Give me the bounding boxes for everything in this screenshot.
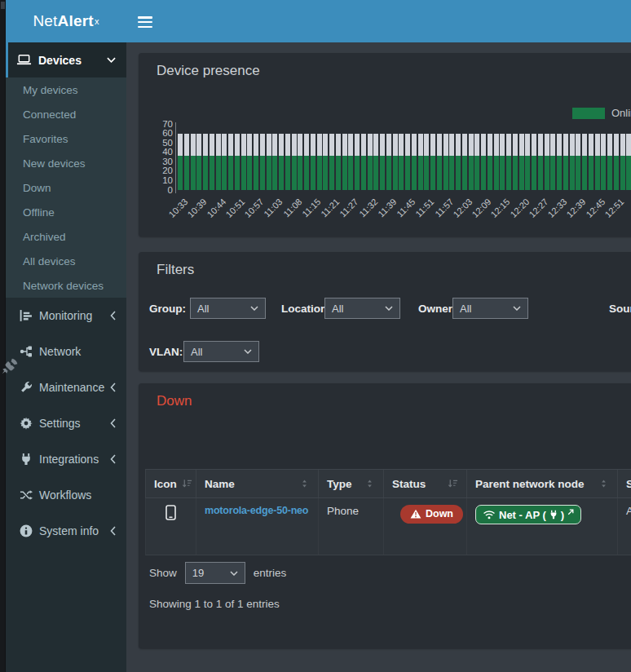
chevron-left-icon bbox=[110, 311, 116, 321]
bar-online-segment bbox=[607, 156, 612, 190]
bar-gray-segment bbox=[469, 134, 474, 157]
site-value: Al bbox=[626, 505, 631, 517]
chart-y-axis bbox=[175, 122, 176, 193]
bar-online-segment bbox=[323, 156, 328, 190]
bar-online-segment bbox=[494, 156, 499, 190]
filter-select-owner[interactable]: All bbox=[452, 298, 528, 319]
bar-online-segment bbox=[563, 156, 568, 190]
plug-mini-icon bbox=[549, 510, 558, 519]
sidebar-subitem-archived[interactable]: Archived bbox=[6, 224, 126, 249]
bar-online-segment bbox=[405, 156, 410, 190]
y-tick-label: 70 bbox=[145, 119, 173, 130]
page-size-value: 19 bbox=[192, 567, 204, 579]
sidebar-subitem-connected[interactable]: Connected bbox=[6, 102, 126, 126]
bar-online-segment bbox=[279, 156, 284, 190]
bar-online-segment bbox=[298, 156, 302, 190]
sidebar-item-label: Workflows bbox=[39, 489, 91, 502]
gear-icon bbox=[20, 417, 33, 430]
chart-bars-icon bbox=[20, 309, 33, 322]
sidebar-item-label: Devices bbox=[38, 54, 82, 67]
hamburger-menu-icon[interactable] bbox=[138, 16, 152, 28]
column-header-status[interactable]: Status bbox=[384, 470, 467, 497]
bar-online-segment bbox=[285, 156, 290, 190]
bar-online-segment bbox=[210, 156, 214, 190]
bar-online-segment bbox=[191, 156, 196, 190]
bar-online-segment bbox=[589, 156, 593, 190]
sidebar-subitem-favorites[interactable]: Favorites bbox=[6, 126, 126, 151]
status-badge-down: Down bbox=[400, 505, 463, 524]
chevron-left-icon bbox=[110, 418, 116, 428]
bar-online-segment bbox=[203, 156, 208, 190]
sidebar-item-settings[interactable]: Settings bbox=[6, 405, 126, 441]
bar-gray-segment bbox=[563, 134, 568, 157]
bar-online-segment bbox=[519, 156, 524, 190]
bar-gray-segment bbox=[462, 134, 467, 157]
scrollbar-thumb[interactable] bbox=[1, 2, 5, 9]
sidebar-item-network[interactable]: Network bbox=[6, 334, 126, 369]
brand-logo[interactable]: NetAlertx bbox=[6, 0, 126, 42]
device-type: Phone bbox=[327, 505, 359, 517]
bar-online-segment bbox=[488, 156, 492, 190]
bar-online-segment bbox=[443, 156, 448, 190]
bar-gray-segment bbox=[355, 134, 360, 157]
sidebar-item-integrations[interactable]: Integrations bbox=[6, 441, 126, 477]
bar-online-segment bbox=[399, 156, 404, 190]
sidebar-item-workflows[interactable]: Workflows bbox=[6, 477, 126, 513]
sidebar-submenu: My devicesConnectedFavoritesNew devicesD… bbox=[6, 77, 126, 298]
page-size-select[interactable]: 19 bbox=[185, 562, 245, 584]
bar-gray-segment bbox=[368, 134, 373, 157]
bar-online-segment bbox=[317, 156, 322, 190]
sidebar-subitem-down[interactable]: Down bbox=[6, 175, 126, 200]
y-tick-label: 50 bbox=[145, 138, 173, 148]
bar-online-segment bbox=[538, 156, 543, 190]
bar-gray-segment bbox=[247, 134, 252, 157]
sidebar-item-system-info[interactable]: System info bbox=[6, 513, 126, 549]
bar-online-segment bbox=[456, 156, 461, 190]
bar-online-segment bbox=[267, 156, 271, 190]
sidebar-subitem-new-devices[interactable]: New devices bbox=[6, 151, 126, 175]
filter-label-owner: Owner: bbox=[418, 298, 457, 319]
bar-gray-segment bbox=[488, 134, 492, 157]
bar-online-segment bbox=[626, 156, 631, 190]
left-scrollbar-strip[interactable] bbox=[0, 0, 6, 672]
sidebar-subitem-network-devices[interactable]: Network devices bbox=[6, 273, 126, 298]
down-devices-table: IconNameTypeStatusParent network nodeSit… bbox=[145, 469, 631, 555]
parent-node-badge[interactable]: Net - AP () bbox=[475, 505, 581, 524]
device-name-link[interactable]: motorola-edge-50-neo bbox=[205, 505, 308, 516]
bar-gray-segment bbox=[500, 134, 505, 157]
sidebar-item-monitoring[interactable]: Monitoring bbox=[6, 298, 126, 334]
chart-legend[interactable]: Online bbox=[572, 107, 631, 119]
brand-name: Alert bbox=[58, 12, 94, 30]
bar-gray-segment bbox=[279, 134, 284, 157]
bar-online-segment bbox=[532, 156, 536, 190]
filter-select-vlan[interactable]: All bbox=[183, 341, 259, 362]
table-header-row: IconNameTypeStatusParent network nodeSit… bbox=[145, 469, 631, 498]
sidebar-item-devices[interactable]: Devices bbox=[6, 42, 126, 77]
status-badge-label: Down bbox=[426, 509, 453, 519]
bar-gray-segment bbox=[228, 134, 233, 157]
bar-gray-segment bbox=[267, 134, 271, 157]
bar-online-segment bbox=[342, 156, 347, 190]
sidebar-item-maintenance[interactable]: Maintenance bbox=[6, 369, 126, 405]
column-header-type[interactable]: Type bbox=[319, 470, 384, 497]
column-header-name[interactable]: Name bbox=[196, 470, 319, 497]
filter-select-group[interactable]: All bbox=[190, 298, 266, 319]
bar-gray-segment bbox=[456, 134, 461, 157]
column-header-icon[interactable]: Icon bbox=[146, 470, 196, 497]
sidebar-subitem-my-devices[interactable]: My devices bbox=[6, 77, 126, 102]
sidebar-subitem-offline[interactable]: Offline bbox=[6, 200, 126, 224]
rocket-icon[interactable] bbox=[1, 357, 19, 375]
filter-select-location[interactable]: All bbox=[324, 298, 400, 319]
subitem-label: Archived bbox=[23, 231, 66, 243]
bar-gray-segment bbox=[178, 134, 183, 157]
bar-gray-segment bbox=[348, 134, 353, 157]
bar-gray-segment bbox=[304, 134, 309, 157]
column-header-site[interactable]: Site bbox=[618, 470, 631, 497]
y-tick-label: 10 bbox=[145, 175, 173, 186]
sidebar-subitem-all-devices[interactable]: All devices bbox=[6, 249, 126, 273]
sort-arrows-icon bbox=[299, 479, 310, 489]
bar-online-segment bbox=[228, 156, 233, 190]
bar-online-segment bbox=[292, 156, 297, 190]
main-content: Device presence Online 010203040506070 1… bbox=[126, 42, 631, 672]
column-header-parent-network-node[interactable]: Parent network node bbox=[467, 470, 618, 497]
